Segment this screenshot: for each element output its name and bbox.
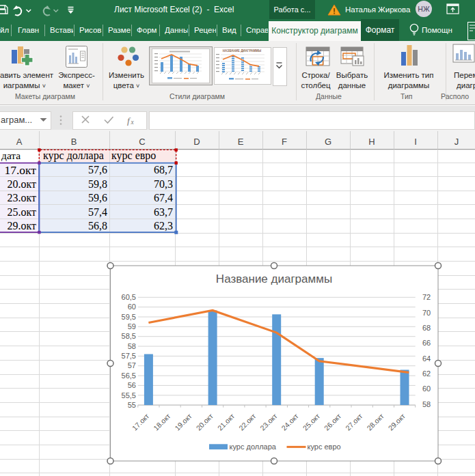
- svg-text:B: B: [71, 137, 77, 147]
- svg-text:25.окт: 25.окт: [7, 206, 36, 218]
- svg-text:23.окт: 23.окт: [7, 192, 36, 204]
- svg-text:70,3: 70,3: [154, 178, 173, 190]
- svg-text:72: 72: [422, 293, 431, 301]
- svg-text:57,5: 57,5: [122, 352, 136, 360]
- svg-text:58: 58: [128, 342, 136, 350]
- svg-text:59,6: 59,6: [88, 192, 107, 204]
- svg-text:57,6: 57,6: [88, 164, 107, 176]
- svg-text:67,4: 67,4: [154, 192, 173, 204]
- svg-text:55: 55: [128, 401, 136, 409]
- svg-text:68,7: 68,7: [154, 164, 173, 176]
- svg-text:56,5: 56,5: [122, 372, 136, 380]
- svg-text:59,5: 59,5: [122, 313, 136, 321]
- svg-text:29.окт: 29.окт: [7, 220, 36, 232]
- svg-text:66: 66: [422, 339, 431, 347]
- svg-text:курс доллара: курс доллара: [43, 150, 104, 162]
- svg-text:x: x: [131, 119, 135, 126]
- svg-text:64: 64: [422, 354, 431, 363]
- svg-text:J: J: [454, 137, 459, 147]
- svg-text:G: G: [325, 137, 331, 147]
- svg-text:17.окт: 17.окт: [4, 163, 36, 177]
- svg-text:57,4: 57,4: [88, 206, 107, 218]
- svg-text:H: H: [368, 137, 375, 147]
- svg-text:F: F: [282, 137, 287, 147]
- svg-text:59: 59: [128, 322, 136, 331]
- svg-text:60,5: 60,5: [122, 293, 136, 301]
- svg-text:курс евро: курс евро: [308, 443, 341, 451]
- svg-text:62,3: 62,3: [154, 220, 173, 232]
- svg-text:20.окт: 20.окт: [7, 178, 36, 190]
- svg-text:63,7: 63,7: [154, 206, 173, 218]
- svg-text:57: 57: [128, 361, 136, 369]
- svg-text:58,5: 58,5: [122, 332, 136, 340]
- svg-text:70: 70: [422, 309, 431, 317]
- svg-text:60: 60: [128, 303, 136, 311]
- svg-text:56,8: 56,8: [88, 220, 107, 232]
- svg-text:D: D: [193, 137, 200, 147]
- svg-text:курс доллара: курс доллара: [230, 443, 277, 451]
- svg-text:59,8: 59,8: [88, 178, 107, 190]
- svg-text:58: 58: [422, 400, 431, 408]
- svg-text:I: I: [414, 137, 417, 147]
- svg-text:55,5: 55,5: [122, 391, 136, 400]
- svg-text:68: 68: [422, 324, 431, 332]
- svg-text:60: 60: [422, 384, 431, 393]
- svg-text:E: E: [238, 137, 244, 147]
- svg-text:56: 56: [128, 381, 136, 389]
- svg-text:курс евро: курс евро: [111, 150, 156, 162]
- svg-text:Название диаграммы: Название диаграммы: [216, 272, 332, 285]
- svg-text:C: C: [139, 137, 145, 147]
- svg-text:A: A: [16, 137, 23, 147]
- svg-text:дата: дата: [1, 150, 21, 161]
- svg-text:62: 62: [422, 369, 431, 378]
- svg-text:НАЗВАНИЕ ДИАГРАММЫ: НАЗВАНИЕ ДИАГРАММЫ: [223, 49, 262, 53]
